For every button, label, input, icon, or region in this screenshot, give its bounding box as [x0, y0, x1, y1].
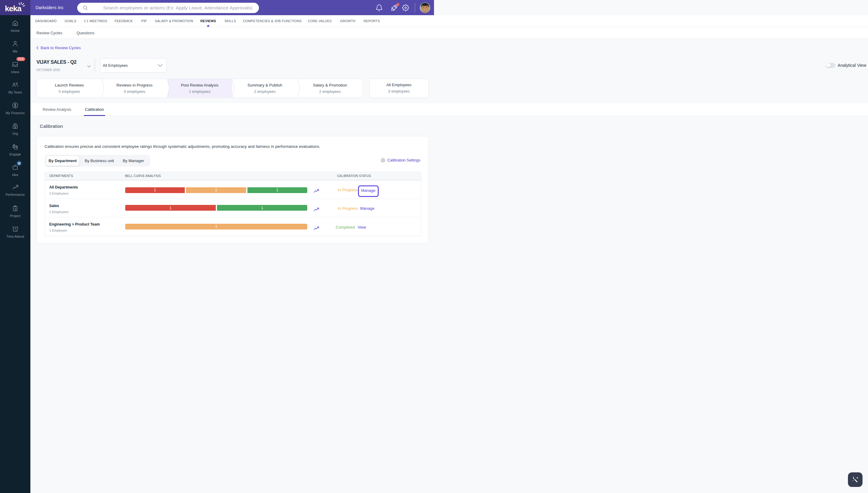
svg-text:keka: keka — [5, 4, 22, 13]
